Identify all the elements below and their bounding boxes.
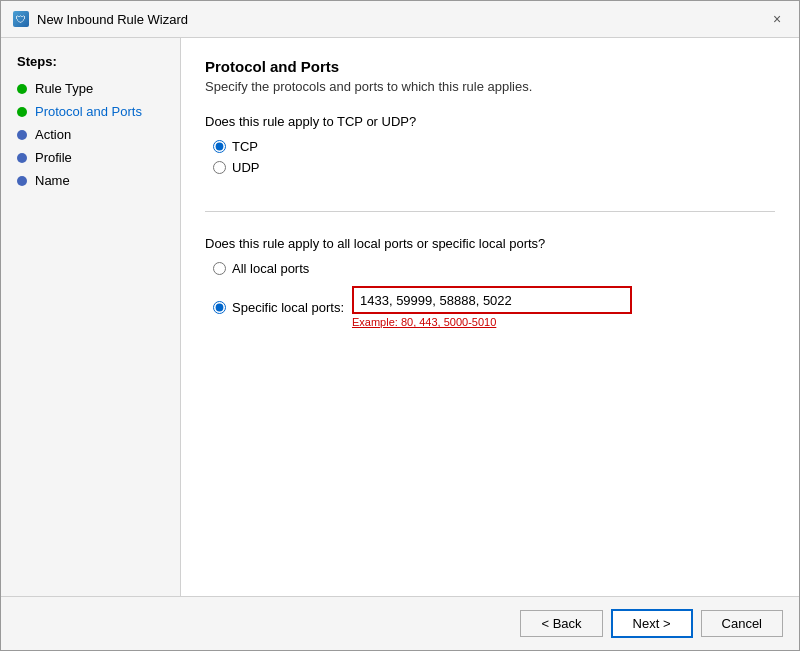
dialog-content: Steps: Rule Type Protocol and Ports Acti… — [1, 38, 799, 596]
sidebar: Steps: Rule Type Protocol and Ports Acti… — [1, 38, 181, 596]
back-button[interactable]: < Back — [520, 610, 602, 637]
rule-type-dot — [17, 84, 27, 94]
rule-type-label: Rule Type — [35, 81, 93, 96]
all-ports-label: All local ports — [232, 261, 309, 276]
tcp-udp-question: Does this rule apply to TCP or UDP? — [205, 114, 775, 129]
all-ports-radio[interactable] — [213, 262, 226, 275]
wizard-icon: 🛡 — [13, 11, 29, 27]
ports-input-wrapper: Example: 80, 443, 5000-5010 — [352, 286, 632, 328]
profile-label: Profile — [35, 150, 72, 165]
udp-label: UDP — [232, 160, 259, 175]
tcp-udp-radio-group: TCP UDP — [213, 139, 775, 175]
specific-ports-radio[interactable] — [213, 301, 226, 314]
title-bar-left: 🛡 New Inbound Rule Wizard — [13, 11, 188, 27]
specific-ports-row: Specific local ports: Example: 80, 443, … — [213, 286, 775, 328]
cancel-button[interactable]: Cancel — [701, 610, 783, 637]
dialog-footer: < Back Next > Cancel — [1, 596, 799, 650]
tcp-udp-section: Does this rule apply to TCP or UDP? TCP … — [205, 114, 775, 175]
dialog-window: 🛡 New Inbound Rule Wizard × Steps: Rule … — [0, 0, 800, 651]
sidebar-item-name[interactable]: Name — [1, 169, 180, 192]
section-divider — [205, 211, 775, 212]
title-bar: 🛡 New Inbound Rule Wizard × — [1, 1, 799, 38]
page-title: Protocol and Ports — [205, 58, 775, 75]
specific-ports-input[interactable] — [352, 286, 632, 314]
main-content: Protocol and Ports Specify the protocols… — [181, 38, 799, 596]
sidebar-item-profile[interactable]: Profile — [1, 146, 180, 169]
ports-section: Does this rule apply to all local ports … — [205, 236, 775, 328]
specific-ports-label: Specific local ports: — [232, 300, 344, 315]
page-subtitle: Specify the protocols and ports to which… — [205, 79, 775, 94]
ports-question: Does this rule apply to all local ports … — [205, 236, 775, 251]
ports-radio-group: All local ports Specific local ports: Ex… — [213, 261, 775, 328]
protocol-ports-dot — [17, 107, 27, 117]
sidebar-item-rule-type[interactable]: Rule Type — [1, 77, 180, 100]
sidebar-item-action[interactable]: Action — [1, 123, 180, 146]
tcp-radio[interactable] — [213, 140, 226, 153]
profile-dot — [17, 153, 27, 163]
name-label: Name — [35, 173, 70, 188]
steps-label: Steps: — [1, 50, 180, 77]
close-button[interactable]: × — [767, 9, 787, 29]
action-dot — [17, 130, 27, 140]
action-label: Action — [35, 127, 71, 142]
next-button[interactable]: Next > — [611, 609, 693, 638]
udp-radio[interactable] — [213, 161, 226, 174]
sidebar-item-protocol-ports[interactable]: Protocol and Ports — [1, 100, 180, 123]
name-dot — [17, 176, 27, 186]
udp-radio-item[interactable]: UDP — [213, 160, 775, 175]
tcp-radio-item[interactable]: TCP — [213, 139, 775, 154]
example-text: Example: 80, 443, 5000-5010 — [352, 316, 632, 328]
tcp-label: TCP — [232, 139, 258, 154]
dialog-title: New Inbound Rule Wizard — [37, 12, 188, 27]
protocol-ports-label: Protocol and Ports — [35, 104, 142, 119]
all-ports-radio-item[interactable]: All local ports — [213, 261, 775, 276]
specific-ports-radio-item[interactable]: Specific local ports: — [213, 300, 344, 315]
